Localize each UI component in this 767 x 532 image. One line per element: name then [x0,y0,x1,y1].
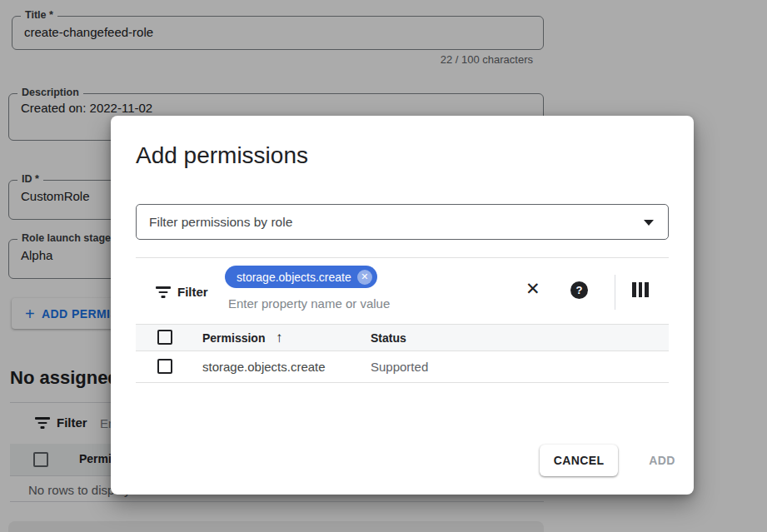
status-column-header[interactable]: Status [371,325,406,351]
chevron-down-icon [644,220,654,226]
filter-icon [156,286,171,298]
select-all-checkbox[interactable] [157,330,172,345]
clear-filter-icon[interactable]: ✕ [525,279,540,299]
filter-permissions-by-role-select[interactable]: Filter permissions by role [136,204,669,240]
dialog-title: Add permissions [136,142,308,169]
add-permissions-dialog: Add permissions Filter permissions by ro… [111,116,694,495]
row-permission-cell: storage.objects.create [202,351,326,383]
toolbar-divider [615,275,615,310]
dialog-table-area: Filter storage.objects.create ✕ ✕ ? Perm… [136,257,669,383]
row-status-cell: Supported [371,351,428,383]
sort-ascending-icon[interactable]: ↑ [276,325,283,351]
dialog-filter-toolbar: Filter storage.objects.create ✕ ✕ ? [136,257,669,325]
row-checkbox[interactable] [157,359,172,374]
permission-column-header[interactable]: Permission [202,325,265,351]
filter-chip-label: storage.objects.create [237,271,351,284]
filter-input[interactable] [228,296,503,311]
dialog-filter-label[interactable]: Filter [177,285,208,299]
dialog-table-header: Permission ↑ Status [136,325,669,351]
filter-chip[interactable]: storage.objects.create ✕ [225,266,377,288]
help-icon[interactable]: ? [570,281,588,299]
role-filter-placeholder: Filter permissions by role [149,215,292,230]
table-row[interactable]: storage.objects.create Supported [136,351,669,383]
add-button[interactable]: ADD [635,445,689,476]
chip-remove-icon[interactable]: ✕ [357,270,372,285]
column-display-icon[interactable] [632,282,650,297]
cancel-button[interactable]: CANCEL [540,445,618,476]
